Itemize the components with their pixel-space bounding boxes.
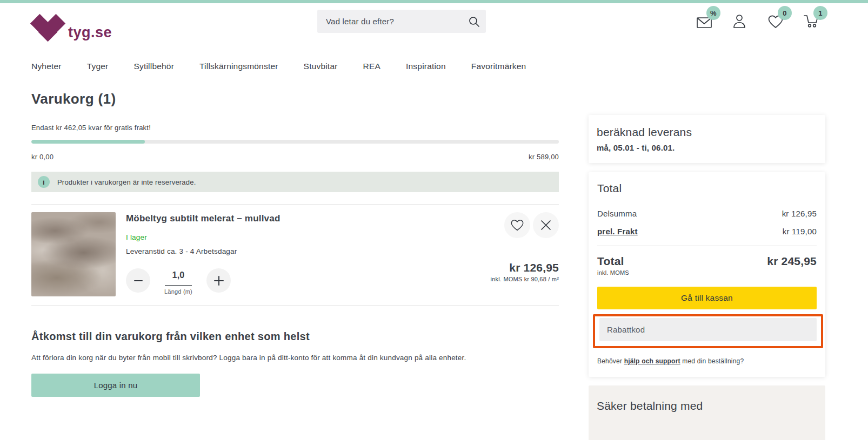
summary-divider (597, 246, 817, 246)
total-value: kr 245,95 (767, 255, 817, 268)
info-icon: i (38, 176, 50, 188)
nav-item-nyheter[interactable]: Nyheter (31, 62, 62, 71)
shipping-value: kr 119,00 (783, 227, 817, 236)
shipping-link[interactable]: prel. Frakt (597, 227, 638, 236)
quantity-decrease-button[interactable] (126, 268, 150, 293)
site-header: tyg.se % 0 (0, 3, 868, 50)
page-title: Varukorg (1) (31, 91, 559, 107)
progress-min-label: kr 0,00 (31, 153, 54, 161)
product-action-buttons (504, 212, 559, 238)
vat-note: inkl. MOMS (597, 269, 817, 276)
progress-range-labels: kr 0,00 kr 589,00 (31, 153, 559, 161)
logo-text: tyg.se (68, 24, 112, 41)
item-price-note: inkl. MOMS kr 90,68 / m² (491, 276, 559, 282)
promo-body: Att förlora din korg när du byter från m… (31, 354, 559, 362)
item-price: kr 126,95 (509, 261, 559, 274)
quantity-value[interactable]: 1,0 (165, 270, 192, 286)
minus-icon (133, 275, 144, 286)
total-row: Total kr 245,95 (597, 255, 817, 268)
search-icon (468, 15, 480, 28)
wishlist-button[interactable]: 0 (767, 11, 785, 29)
nav-item-favoritmarken[interactable]: Favoritmärken (471, 62, 526, 71)
cart-badge: 1 (813, 6, 827, 20)
cart-button[interactable]: 1 (803, 11, 820, 29)
newsletter-offers-button[interactable]: % (696, 11, 713, 29)
cart-column: Varukorg (1) Endast kr 462,05 kvar för g… (31, 91, 559, 440)
plus-icon (213, 275, 225, 287)
logo-heart-icon (31, 14, 66, 42)
help-text: Behöver hjälp och support med din bestäl… (597, 357, 817, 365)
promo-title: Åtkomst till din varukorg från vilken en… (31, 330, 559, 343)
help-prefix: Behöver (597, 357, 624, 365)
quantity-field: 1,0 Längd (m) (156, 268, 201, 295)
order-summary-card: Total Delsumma kr 126,95 prel. Frakt kr … (589, 172, 825, 377)
nav-item-inspiration[interactable]: Inspiration (406, 62, 446, 71)
quantity-unit-label: Längd (m) (156, 288, 201, 295)
free-shipping-note: Endast kr 462,05 kvar för gratis frakt! (31, 124, 559, 132)
person-icon (732, 13, 747, 29)
nav-item-stuvbitar[interactable]: Stuvbitar (304, 62, 338, 71)
nav-item-tillskarningsmonster[interactable]: Tillskärningsmönster (199, 62, 278, 71)
info-banner: i Produkter i varukorgen är inte reserve… (31, 172, 559, 192)
nav-item-tyger[interactable]: Tyger (87, 62, 109, 71)
free-shipping-progressbar (31, 140, 559, 144)
product-image[interactable] (31, 212, 116, 296)
info-banner-text: Produkter i varukorgen är inte reservera… (57, 178, 196, 186)
quantity-increase-button[interactable] (206, 268, 231, 293)
discount-code-input[interactable] (599, 318, 817, 341)
summary-title: Total (597, 182, 817, 195)
stock-status: I lager (126, 233, 280, 241)
shipping-row: prel. Frakt kr 119,00 (597, 227, 817, 236)
help-support-link[interactable]: hjälp och support (624, 357, 680, 365)
move-to-wishlist-button[interactable] (504, 212, 530, 238)
heart-icon (510, 219, 524, 232)
quantity-stepper: 1,0 Längd (m) (126, 268, 280, 295)
checkout-button[interactable]: Gå till kassan (597, 287, 817, 309)
order-sidebar: beräknad leverans må, 05.01 - ti, 06.01.… (589, 115, 825, 440)
login-button[interactable]: Logga in nu (31, 374, 200, 397)
search-button[interactable] (462, 10, 486, 33)
secure-payment-card: Säker betalning med (589, 385, 825, 440)
site-logo[interactable]: tyg.se (31, 14, 112, 42)
main-nav: Nyheter Tyger Sytillbehör Tillskärningsm… (0, 62, 868, 71)
help-suffix: med din beställning? (680, 357, 744, 365)
progress-fill (31, 140, 145, 144)
subtotal-value: kr 126,95 (782, 209, 817, 218)
search-input[interactable] (317, 17, 462, 26)
account-promo: Åtkomst till din varukorg från vilken en… (31, 330, 559, 397)
product-title[interactable]: Möbeltyg subtilt melerat – mullvad (126, 213, 280, 224)
close-icon (540, 219, 552, 231)
nav-item-sytillbehor[interactable]: Sytillbehör (133, 62, 174, 71)
nav-item-rea[interactable]: REA (363, 62, 380, 71)
wishlist-badge: 0 (778, 6, 792, 20)
delivery-title: beräknad leverans (597, 126, 817, 139)
discount-highlight-ring (593, 314, 823, 348)
header-icon-group: % 0 1 (696, 11, 820, 29)
delivery-estimate-card: beräknad leverans må, 05.01 - ti, 06.01. (589, 115, 825, 163)
secure-payment-title: Säker betalning med (597, 400, 817, 412)
lead-time: Leveranstid ca. 3 - 4 Arbetsdagar (126, 247, 280, 255)
subtotal-label: Delsumma (597, 209, 637, 218)
progress-max-label: kr 589,00 (529, 153, 559, 161)
main-content: Varukorg (1) Endast kr 462,05 kvar för g… (0, 91, 868, 440)
offers-badge: % (706, 6, 720, 20)
search-bar (317, 10, 486, 33)
product-details: Möbeltyg subtilt melerat – mullvad I lag… (126, 212, 280, 296)
subtotal-row: Delsumma kr 126,95 (597, 209, 817, 218)
total-label: Total (597, 255, 624, 268)
delivery-dates: må, 05.01 - ti, 06.01. (597, 143, 817, 152)
remove-item-button[interactable] (533, 212, 559, 238)
cart-item-row: Möbeltyg subtilt melerat – mullvad I lag… (31, 204, 559, 306)
account-button[interactable] (732, 11, 749, 29)
product-actions-price: kr 126,95 inkl. MOMS kr 90,68 / m² (491, 212, 559, 296)
